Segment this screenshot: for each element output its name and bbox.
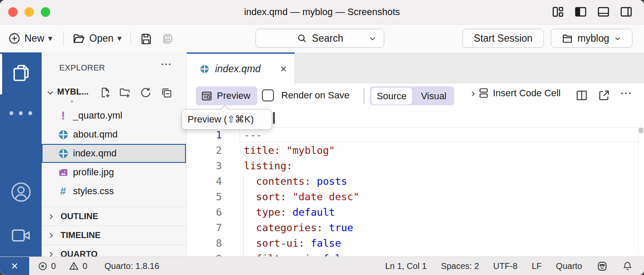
notifications-bell-icon[interactable] — [622, 261, 633, 272]
new-button-label: New — [24, 33, 44, 44]
file-row-about.qmd[interactable]: about.qmd — [42, 125, 186, 144]
collapse-all-icon[interactable] — [160, 86, 173, 99]
explorer-sidebar: EXPLORER ⋯ MYBL... !_quarto.yml — [42, 52, 187, 257]
project-selector-button[interactable]: myblog — [551, 29, 632, 48]
open-folder-icon — [72, 32, 86, 46]
close-tab-icon[interactable]: × — [280, 63, 287, 74]
open-button[interactable]: Open ▼ — [72, 24, 122, 52]
code-line-7: 7 categories: true — [187, 220, 644, 235]
file-name-label: about.qmd — [73, 129, 118, 140]
sidebar-section-outline[interactable]: OUTLINE — [42, 207, 186, 226]
scrollbar-thumb[interactable] — [639, 128, 643, 133]
file-row-index.qmd[interactable]: index.qmd — [42, 144, 186, 163]
refresh-icon[interactable] — [140, 86, 152, 99]
source-mode-button[interactable]: Source — [371, 88, 413, 104]
code-line-4: 4 contents: posts — [187, 174, 644, 189]
new-button[interactable]: New ▼ — [8, 24, 52, 52]
toggle-right-panel-icon[interactable] — [620, 5, 633, 18]
app-window: index.qmd — myblog — Screenshots New ▼ — [0, 0, 644, 275]
start-session-button[interactable]: Start Session — [462, 29, 544, 48]
warning-icon — [69, 261, 79, 271]
code-text: sort-ui: false — [222, 235, 341, 251]
editor-toolbar: Preview Render on Save Source Visual › I… — [187, 83, 644, 108]
line-number[interactable]: 9 — [187, 251, 222, 257]
line-number[interactable]: 6 — [187, 205, 222, 220]
save-all-icon — [160, 31, 175, 46]
file-row-styles.css[interactable]: #styles.css — [42, 182, 186, 201]
remote-indicator[interactable] — [0, 257, 29, 275]
preview-button-label: Preview — [217, 90, 250, 101]
explorer-more-actions-icon[interactable]: ⋯ — [161, 58, 173, 71]
customize-layout-icon[interactable] — [551, 5, 565, 18]
new-file-icon[interactable] — [99, 86, 112, 99]
code-text: contents: posts — [222, 174, 347, 189]
code-line-5: 5 sort: "date desc" — [187, 189, 644, 205]
error-icon — [38, 261, 48, 271]
line-number[interactable]: 5 — [187, 189, 222, 205]
line-number[interactable]: 8 — [187, 235, 222, 251]
save-icon — [140, 32, 153, 45]
workspace-section-header[interactable]: MYBL... — [42, 85, 186, 101]
indentation-status[interactable]: Spaces: 2 — [441, 261, 479, 271]
css-icon: # — [57, 186, 69, 196]
encoding-status[interactable]: UTF-8 — [493, 261, 518, 271]
code-editor[interactable]: 1---2title: "myblog"3listing:4 contents:… — [187, 127, 644, 257]
code-line-2: 2title: "myblog" — [187, 143, 644, 158]
toolbar-divider — [131, 32, 131, 46]
quarto-icon — [57, 129, 69, 140]
cursor-position-status[interactable]: Ln 1, Col 1 — [385, 261, 427, 271]
eol-status[interactable]: LF — [532, 261, 542, 271]
new-folder-icon[interactable] — [118, 86, 131, 99]
language-mode-status[interactable]: Quarto — [556, 261, 582, 271]
problems-status[interactable]: 0 0 — [38, 261, 87, 271]
line-number[interactable]: 3 — [187, 158, 222, 174]
search-input[interactable]: Search — [255, 29, 384, 48]
line-number[interactable]: 4 — [187, 174, 222, 189]
partially-scrolled-item — [71, 101, 73, 102]
open-in-new-window-icon[interactable] — [598, 89, 611, 102]
save-all-button[interactable] — [160, 24, 175, 52]
code-line-3: 3listing: — [187, 158, 644, 174]
quarto-version-status[interactable]: Quarto: 1.8.16 — [104, 261, 159, 271]
line-number[interactable]: 7 — [187, 220, 222, 235]
file-row-profile.jpg[interactable]: profile.jpg — [42, 163, 186, 182]
line-number[interactable]: 2 — [187, 143, 222, 158]
code-text: filter-ui: fal — [222, 251, 341, 257]
split-editor-icon[interactable] — [575, 89, 588, 102]
scrollbar-track — [638, 127, 638, 257]
start-session-label: Start Session — [474, 33, 533, 44]
feedback-smiley-icon[interactable] — [596, 260, 608, 272]
preview-button[interactable]: Preview — [196, 86, 257, 105]
insert-code-cell-button[interactable]: › Insert Code Cell — [471, 87, 561, 99]
video-icon[interactable] — [0, 226, 42, 245]
code-text: categories: true — [222, 220, 353, 235]
explorer-view-icon[interactable] — [0, 63, 42, 83]
toggle-left-panel-icon[interactable] — [574, 5, 587, 18]
render-on-save-checkbox[interactable] — [262, 89, 274, 101]
file-name-label: index.qmd — [73, 148, 117, 159]
explorer-title: EXPLORER — [59, 63, 105, 73]
file-name-label: styles.css — [73, 186, 114, 197]
save-button[interactable] — [140, 24, 153, 52]
editor-group: index.qmd × Preview Render on Save Sourc… — [187, 52, 644, 257]
code-line-8: 8 sort-ui: false — [187, 235, 644, 251]
toggle-bottom-panel-icon[interactable] — [597, 5, 610, 18]
visual-mode-button[interactable]: Visual — [413, 88, 455, 104]
app-toolbar: New ▼ Open ▼ Search Start Session myblog — [0, 24, 644, 53]
image-icon — [57, 167, 69, 178]
insert-cell-icon: › — [471, 88, 475, 99]
quarto-file-icon — [200, 64, 210, 74]
code-line-9: 9 filter-ui: fal — [187, 251, 644, 257]
sidebar-section-timeline[interactable]: TIMELINE — [42, 226, 186, 244]
file-row-_quarto.yml[interactable]: !_quarto.yml — [42, 106, 186, 125]
account-icon[interactable] — [0, 180, 42, 204]
chevron-right-icon — [47, 213, 55, 220]
chevron-down-icon — [614, 34, 622, 43]
sidebar-section-quarto[interactable]: QUARTO — [42, 244, 186, 257]
more-actions-icon[interactable]: ⋯ — [620, 86, 632, 100]
remote-icon — [9, 260, 20, 272]
more-views-icon[interactable] — [0, 111, 42, 115]
chevron-right-icon — [47, 232, 55, 239]
tab-index-qmd[interactable]: index.qmd × — [187, 52, 295, 84]
file-name-label: profile.jpg — [73, 167, 114, 178]
